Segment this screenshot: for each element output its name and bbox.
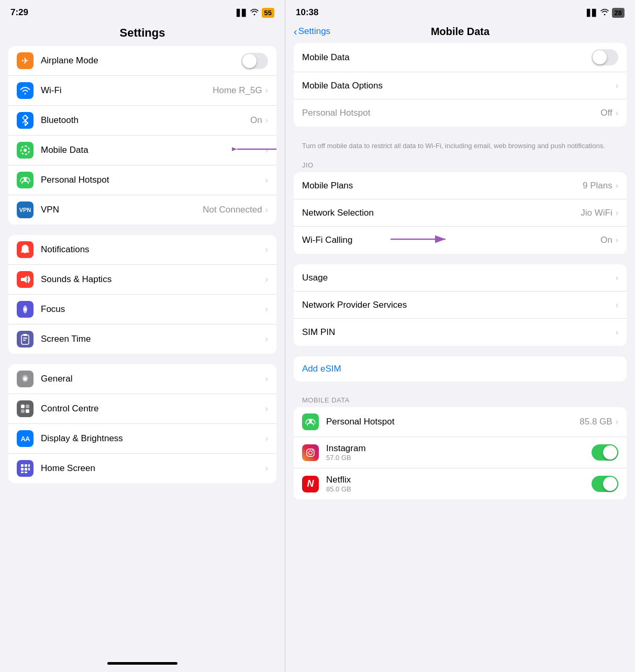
left-settings-content: ✈ Airplane Mode Wi-Fi Home R_5G › <box>0 46 285 657</box>
netflix-row[interactable]: N Netflix 85.0 GB <box>294 468 627 499</box>
simpin-label: SIM PIN <box>302 327 616 338</box>
mobiledata-label: Mobile Data <box>41 145 265 155</box>
right-panel: 10:38 ▋▊ 28 ‹ Settings Mobile Data <box>285 0 635 672</box>
back-label: Settings <box>298 26 330 37</box>
svg-rect-10 <box>21 405 25 408</box>
right-status-bar: 10:38 ▋▊ 28 <box>285 0 635 22</box>
usage-row[interactable]: Usage › <box>294 264 627 292</box>
screentime-icon <box>17 331 34 348</box>
wifi-icon <box>17 82 34 99</box>
bluetooth-icon <box>17 112 34 129</box>
screentime-chevron: › <box>265 334 268 344</box>
mobiledata-toggle-row[interactable]: Mobile Data <box>294 43 627 72</box>
svg-point-25 <box>309 451 313 454</box>
focus-icon <box>17 301 34 318</box>
vpn-value: Not Connected <box>203 205 262 215</box>
right-personalhotspot-row[interactable]: Personal Hotspot Off › <box>294 99 627 127</box>
mobiledataoptions-row[interactable]: Mobile Data Options › <box>294 72 627 99</box>
right-personalhotspot-chevron: › <box>616 108 618 118</box>
wifi-label: Wi-Fi <box>41 85 213 96</box>
personalhotspot-app-row[interactable]: Personal Hotspot 85.8 GB › <box>294 407 627 437</box>
screentime-row[interactable]: Screen Time › <box>8 324 276 354</box>
instagram-label: Instagram <box>326 443 592 454</box>
homescreen-label: Home Screen <box>41 463 265 474</box>
airplane-toggle[interactable] <box>241 53 268 69</box>
mobiledataoptions-chevron: › <box>616 81 618 91</box>
mobiledata-chevron: › <box>265 145 268 155</box>
wifi-status-icon <box>250 9 259 17</box>
bluetooth-label: Bluetooth <box>41 115 250 126</box>
instagram-toggle[interactable] <box>592 444 618 461</box>
vpn-row[interactable]: VPN VPN Not Connected › <box>8 195 276 225</box>
notifications-icon <box>17 241 34 258</box>
mobiledata-toggle-switch[interactable] <box>592 49 618 65</box>
wificalling-row[interactable]: Wi-Fi Calling On › <box>294 227 627 254</box>
svg-rect-21 <box>25 472 27 473</box>
right-nav-header: ‹ Settings Mobile Data <box>285 22 635 43</box>
instagram-row[interactable]: Instagram 57.0 GB <box>294 437 627 468</box>
instagram-icon <box>302 444 319 461</box>
left-home-indicator <box>107 662 177 665</box>
right-personalhotspot-value: Off <box>600 108 612 118</box>
system-group: Notifications › Sounds & Haptics › <box>8 235 276 354</box>
networkselection-chevron: › <box>616 208 618 218</box>
right-personalhotspot-label: Personal Hotspot <box>302 108 600 118</box>
displaybrightness-chevron: › <box>265 434 268 443</box>
mobileplans-chevron: › <box>616 181 618 191</box>
svg-point-2 <box>24 177 27 181</box>
svg-rect-8 <box>23 340 26 341</box>
mobileplans-label: Mobile Plans <box>302 181 583 191</box>
airplane-row[interactable]: ✈ Airplane Mode <box>8 46 276 76</box>
jio-group: Mobile Plans 9 Plans › Network Selection… <box>294 172 627 254</box>
wificalling-label: Wi-Fi Calling <box>302 235 600 245</box>
bluetooth-row[interactable]: Bluetooth On › <box>8 106 276 136</box>
screentime-label: Screen Time <box>41 334 265 344</box>
airplane-icon: ✈ <box>17 52 34 69</box>
networkselection-row[interactable]: Network Selection Jio WiFi › <box>294 199 627 227</box>
mobileplans-row[interactable]: Mobile Plans 9 Plans › <box>294 172 627 199</box>
homescreen-icon <box>17 460 34 477</box>
right-title: Mobile Data <box>431 26 489 38</box>
right-signal-icon: ▋▊ <box>587 9 597 17</box>
personalhotspot-icon <box>17 172 34 188</box>
personalhotspot-app-icon <box>302 413 319 430</box>
displaybrightness-row[interactable]: AA Display & Brightness › <box>8 424 276 454</box>
general-label: General <box>41 374 265 384</box>
simpin-row[interactable]: SIM PIN › <box>294 319 627 346</box>
svg-rect-14 <box>21 464 24 467</box>
mobiledata-top-group: Mobile Data Mobile Data Options › Person… <box>294 43 627 127</box>
personalhotspot-row[interactable]: Personal Hotspot › <box>8 165 276 195</box>
notifications-row[interactable]: Notifications › <box>8 235 276 265</box>
vpn-chevron: › <box>265 205 268 215</box>
back-chevron-icon: ‹ <box>294 26 297 37</box>
back-button[interactable]: ‹ Settings <box>294 26 330 37</box>
netflix-sub: 85.0 GB <box>326 485 592 493</box>
mobile-data-section-label: MOBILE DATA <box>294 392 627 407</box>
svg-rect-13 <box>26 409 29 413</box>
sounds-row[interactable]: Sounds & Haptics › <box>8 265 276 295</box>
homescreen-row[interactable]: Home Screen › <box>8 454 276 483</box>
networkprovider-row[interactable]: Network Provider Services › <box>294 292 627 319</box>
right-settings-content: Mobile Data Mobile Data Options › Person… <box>285 43 635 672</box>
general-chevron: › <box>265 374 268 384</box>
notifications-label: Notifications <box>41 244 265 255</box>
wifi-value: Home R_5G <box>213 85 262 96</box>
vpn-icon: VPN <box>17 201 34 218</box>
sounds-icon <box>17 271 34 288</box>
right-battery: 28 <box>612 8 625 18</box>
focus-row[interactable]: Focus › <box>8 295 276 324</box>
wifi-row[interactable]: Wi-Fi Home R_5G › <box>8 76 276 106</box>
svg-point-23 <box>309 419 312 422</box>
sounds-chevron: › <box>265 275 268 284</box>
svg-point-26 <box>313 450 314 451</box>
bluetooth-chevron: › <box>265 116 268 125</box>
controlcentre-row[interactable]: Control Centre › <box>8 394 276 424</box>
connectivity-group: ✈ Airplane Mode Wi-Fi Home R_5G › <box>8 46 276 225</box>
add-esim-button[interactable]: Add eSIM <box>294 356 627 382</box>
mobiledata-row[interactable]: Mobile Data › <box>8 136 276 165</box>
general-icon <box>17 371 34 387</box>
general-row[interactable]: General › <box>8 364 276 394</box>
netflix-toggle[interactable] <box>592 476 618 492</box>
mobiledata-icon <box>17 142 34 159</box>
controlcentre-icon <box>17 400 34 417</box>
